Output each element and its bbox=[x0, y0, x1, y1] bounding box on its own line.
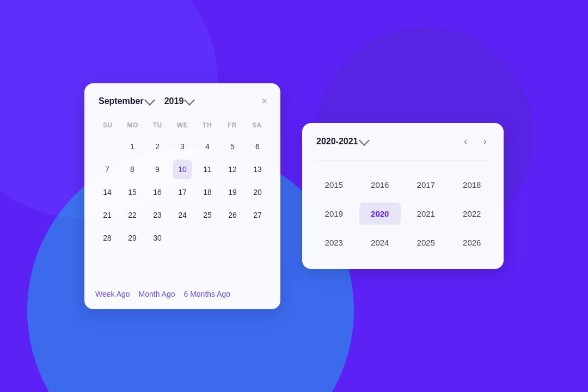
cal-day[interactable]: 15 bbox=[122, 182, 142, 202]
calendar-header: September 2019 × bbox=[95, 94, 270, 108]
weekday-label: SU bbox=[95, 119, 120, 131]
weekday-label: FR bbox=[220, 119, 245, 131]
cal-day[interactable]: 16 bbox=[148, 182, 167, 202]
year-item-2019[interactable]: 2019 bbox=[313, 203, 355, 225]
month-label: September bbox=[99, 96, 144, 106]
year-item-2022[interactable]: 2022 bbox=[451, 203, 493, 225]
cal-day[interactable]: 30 bbox=[148, 228, 167, 248]
year-picker-card: 2020-2021 ‹ › 20152016201720182019202020… bbox=[302, 123, 504, 269]
close-button[interactable]: × bbox=[259, 94, 270, 108]
cal-day[interactable]: 5 bbox=[223, 137, 242, 156]
prev-year-button[interactable]: ‹ bbox=[458, 134, 473, 149]
separator bbox=[313, 160, 493, 161]
cal-day[interactable]: 26 bbox=[223, 205, 242, 225]
cal-day[interactable]: 1 bbox=[122, 137, 142, 156]
cal-day-empty bbox=[248, 228, 267, 248]
year-range-selector[interactable]: 2020-2021 bbox=[313, 134, 371, 149]
year-label: 2019 bbox=[164, 96, 184, 106]
next-year-button[interactable]: › bbox=[477, 134, 493, 149]
year-item-2015[interactable]: 2015 bbox=[313, 174, 355, 196]
month-selector[interactable]: September bbox=[95, 94, 157, 108]
calendar-grid: SUMOTUWETHFRSA 1234567891011121314151617… bbox=[95, 119, 270, 272]
year-item-2025[interactable]: 2025 bbox=[405, 231, 447, 254]
cal-day[interactable]: 13 bbox=[248, 160, 267, 179]
year-range-label: 2020-2021 bbox=[316, 137, 358, 146]
cal-day[interactable]: 9 bbox=[148, 160, 167, 179]
quick-link-6-months-ago[interactable]: 6 Months Ago bbox=[184, 290, 231, 298]
year-nav-buttons: ‹ › bbox=[458, 134, 493, 149]
weekday-label: MO bbox=[120, 119, 145, 131]
cal-day-empty bbox=[198, 228, 217, 248]
cal-day[interactable]: 8 bbox=[122, 160, 142, 179]
weekday-label: WE bbox=[170, 119, 195, 131]
cal-day[interactable]: 17 bbox=[173, 182, 192, 202]
year-chevron-icon bbox=[184, 95, 195, 106]
month-chevron-icon bbox=[144, 95, 155, 106]
cal-day-empty bbox=[97, 251, 117, 271]
weekdays-row: SUMOTUWETHFRSA bbox=[95, 119, 270, 131]
cal-day[interactable]: 25 bbox=[198, 205, 217, 225]
year-item-2016[interactable]: 2016 bbox=[359, 174, 401, 196]
cal-day[interactable]: 27 bbox=[248, 205, 267, 225]
cal-day[interactable]: 19 bbox=[223, 182, 242, 202]
year-item-2020[interactable]: 2020 bbox=[359, 203, 401, 225]
year-picker-header: 2020-2021 ‹ › bbox=[313, 134, 493, 149]
year-item-2018[interactable]: 2018 bbox=[451, 174, 493, 196]
cal-day-empty bbox=[97, 137, 117, 156]
year-item-2023[interactable]: 2023 bbox=[313, 231, 355, 254]
weekday-label: TU bbox=[145, 119, 170, 131]
year-range-chevron-icon bbox=[359, 135, 370, 146]
weekday-label: TH bbox=[195, 119, 220, 131]
quick-link-month-ago[interactable]: Month Ago bbox=[139, 290, 175, 298]
cal-day[interactable]: 21 bbox=[97, 205, 117, 225]
cal-day[interactable]: 14 bbox=[97, 182, 117, 202]
year-item-2026[interactable]: 2026 bbox=[451, 231, 493, 254]
year-item-2021[interactable]: 2021 bbox=[405, 203, 447, 225]
cal-day[interactable]: 18 bbox=[198, 182, 217, 202]
cal-day[interactable]: 24 bbox=[173, 205, 192, 225]
cal-day[interactable]: 28 bbox=[97, 228, 117, 248]
calendar-footer: Week AgoMonth Ago6 Months Ago bbox=[95, 283, 270, 298]
quick-link-week-ago[interactable]: Week Ago bbox=[95, 290, 130, 298]
cal-day[interactable]: 20 bbox=[248, 182, 267, 202]
days-grid: 1234567891011121314151617181920212223242… bbox=[95, 136, 270, 272]
cal-day[interactable]: 11 bbox=[198, 160, 217, 179]
cal-day[interactable]: 2 bbox=[148, 137, 167, 156]
cal-day[interactable]: 3 bbox=[173, 137, 192, 156]
weekday-label: SA bbox=[244, 119, 270, 131]
cal-day[interactable]: 4 bbox=[198, 137, 217, 156]
cal-day-empty bbox=[173, 228, 192, 248]
year-item-2017[interactable]: 2017 bbox=[405, 174, 447, 196]
year-item-2024[interactable]: 2024 bbox=[359, 231, 401, 254]
cal-day[interactable]: 10 bbox=[173, 160, 192, 179]
calendar-card: September 2019 × SUMOTUWETHFRSA 12345678… bbox=[84, 83, 280, 309]
cal-day[interactable]: 23 bbox=[148, 205, 167, 225]
cal-day[interactable]: 7 bbox=[97, 160, 117, 179]
cal-day-empty bbox=[223, 228, 242, 248]
year-selector[interactable]: 2019 bbox=[161, 94, 197, 108]
cal-day[interactable]: 22 bbox=[122, 205, 142, 225]
year-grid: 2015201620172018201920202021202220232024… bbox=[313, 169, 493, 258]
cal-day[interactable]: 6 bbox=[248, 137, 267, 156]
cal-day[interactable]: 29 bbox=[122, 228, 142, 248]
cal-day[interactable]: 12 bbox=[223, 160, 242, 179]
